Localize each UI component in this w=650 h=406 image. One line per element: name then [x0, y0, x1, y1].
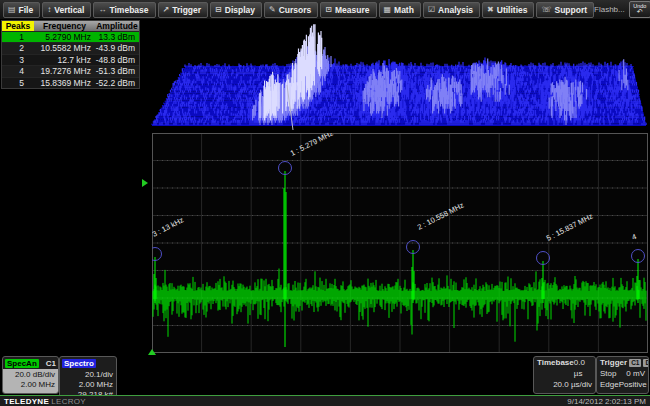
- peak-cell: 5.2790 MHz: [34, 32, 95, 42]
- timebase-box[interactable]: Timebase 0.0 µs 20.0 µs/div 20 kS 100 MS…: [533, 356, 596, 394]
- trigger-source-badge: C1: [629, 359, 641, 367]
- trigger-mode: Stop: [600, 368, 616, 379]
- peak-cell: 1: [2, 32, 34, 42]
- timebase-label: Timebase: [537, 357, 574, 379]
- menu-label: Vertical: [54, 5, 84, 15]
- timebase-icon: ↔: [98, 5, 106, 14]
- menu-label: Display: [225, 5, 255, 15]
- trigger-level: 0 mV: [626, 368, 645, 379]
- peak-row-1[interactable]: 15.2790 MHz13.3 dBm: [2, 31, 139, 42]
- file-icon: ▤: [8, 5, 16, 14]
- menu-math[interactable]: ▦Math: [379, 2, 421, 18]
- menu-right: Flashb... Undo ↶: [594, 1, 650, 18]
- menu-measure[interactable]: ⊡Measure: [320, 2, 376, 18]
- peak-row-2[interactable]: 210.5582 MHz-43.9 dBm: [2, 42, 139, 53]
- math-icon: ▦: [384, 5, 392, 14]
- menu-vertical[interactable]: ↕Vertical: [42, 2, 91, 18]
- vertical-icon: ↕: [47, 5, 51, 14]
- peaks-rows: 15.2790 MHz13.3 dBm210.5582 MHz-43.9 dBm…: [2, 31, 139, 88]
- trigger-position-marker[interactable]: [148, 349, 156, 355]
- spectrogram-3d-view[interactable]: [150, 19, 650, 131]
- menu-timebase[interactable]: ↔Timebase: [93, 2, 155, 18]
- menu-label: Analysis: [438, 5, 473, 15]
- trigger-source-badge: DC: [643, 359, 649, 367]
- trigger-slope: Positive: [619, 379, 647, 390]
- display-icon: ⊟: [215, 5, 222, 14]
- timebase-offset: 0.0 µs: [574, 357, 592, 379]
- peak-row-4[interactable]: 419.7276 MHz-51.3 dBm: [2, 65, 139, 76]
- frequency-header-cell: Frequency: [34, 21, 95, 31]
- peak-cell: 12.7 kHz: [34, 55, 95, 65]
- specan-scale: 20.0 dB/div: [6, 370, 55, 380]
- menu-utilities[interactable]: ✖Utilities: [482, 2, 534, 18]
- status-bar: TELEDYNE LECROY 9/14/2012 2:02:13 PM: [0, 395, 650, 406]
- trigger-icon: ↗: [163, 5, 170, 14]
- peak-cell: 15.8369 MHz: [34, 78, 95, 88]
- menu-cursors[interactable]: ✎Cursors: [264, 2, 318, 18]
- timebase-scale: 20.0 µs/div: [553, 379, 592, 390]
- spectrogram-descriptor-box[interactable]: Spectro 20.1/div 2.00 MHz 29.218 k#: [59, 356, 117, 399]
- specan-descriptor-box[interactable]: SpecAn C1 20.0 dB/div 2.00 MHz: [2, 356, 59, 394]
- peak-cell: -48.8 dBm: [95, 55, 139, 65]
- menu-label: Timebase: [109, 5, 148, 15]
- peak-cell: -52.2 dBm: [95, 78, 139, 88]
- specan-span: 2.00 MHz: [6, 380, 55, 390]
- trigger-type: Edge: [600, 379, 619, 390]
- peak-cell: -51.3 dBm: [95, 66, 139, 76]
- utilities-icon: ✖: [487, 5, 494, 14]
- menu-trigger[interactable]: ↗Trigger: [158, 2, 209, 18]
- spectro-span: 2.00 MHz: [63, 380, 113, 390]
- cursors-icon: ✎: [269, 5, 276, 14]
- peak-row-3[interactable]: 312.7 kHz-48.8 dBm: [2, 54, 139, 65]
- peak-cell: 13.3 dBm: [95, 32, 139, 42]
- analysis-icon: ☑: [428, 5, 435, 14]
- flashback-label: Flashb...: [594, 5, 625, 14]
- spectro-label: Spectro: [62, 359, 96, 368]
- undo-button[interactable]: Undo ↶: [629, 1, 650, 18]
- specan-label: SpecAn: [5, 359, 39, 368]
- menu-items: ▤File↕Vertical↔Timebase↗Trigger⊟Display✎…: [0, 2, 594, 18]
- peaks-header-cell[interactable]: Peaks: [2, 21, 34, 31]
- trace-level-marker[interactable]: [142, 179, 148, 187]
- peak-cell: -43.9 dBm: [95, 43, 139, 53]
- peak-cell: 19.7276 MHz: [34, 66, 95, 76]
- timebase-rate: 100 MS/s: [558, 390, 592, 394]
- specan-channel: C1: [46, 359, 56, 368]
- spectrum-graticule[interactable]: 3 : 13 kHz1 : 5.279 MHz2 : 10.558 MHz5 :…: [152, 133, 648, 353]
- undo-arrow-icon: ↶: [637, 8, 643, 15]
- amplitude-header-cell: Amplitude: [95, 21, 139, 31]
- menu-label: Math: [394, 5, 414, 15]
- peak-cell: 5: [2, 78, 34, 88]
- brand-logo: TELEDYNE LECROY: [4, 397, 86, 406]
- menu-label: Support: [554, 5, 587, 15]
- measure-icon: ⊡: [325, 5, 332, 14]
- support-icon: ☏: [541, 5, 551, 14]
- trigger-badges: C1DC: [627, 357, 649, 368]
- peaks-table-header: Peaks Frequency Amplitude: [2, 21, 139, 31]
- peak-cell: 2: [2, 43, 34, 53]
- menu-label: File: [19, 5, 34, 15]
- menu-bar: ▤File↕Vertical↔Timebase↗Trigger⊟Display✎…: [0, 0, 650, 19]
- peak-cell: 10.5582 MHz: [34, 43, 95, 53]
- menu-label: Cursors: [279, 5, 312, 15]
- peak-row-5[interactable]: 515.8369 MHz-52.2 dBm: [2, 77, 139, 88]
- menu-file[interactable]: ▤File: [3, 2, 40, 18]
- menu-label: Measure: [335, 5, 370, 15]
- menu-support[interactable]: ☏Support: [536, 2, 594, 18]
- menu-display[interactable]: ⊟Display: [210, 2, 262, 18]
- timebase-samples: 20 kS: [537, 390, 557, 394]
- trigger-box[interactable]: Trigger C1DC Stop 0 mV Edge Positive: [596, 356, 649, 394]
- menu-analysis[interactable]: ☑Analysis: [423, 2, 480, 18]
- menu-label: Trigger: [172, 5, 201, 15]
- datetime-label: 9/14/2012 2:02:13 PM: [567, 397, 646, 406]
- menu-label: Utilities: [497, 5, 528, 15]
- peak-cell: 3: [2, 55, 34, 65]
- peak-cell: 4: [2, 66, 34, 76]
- trigger-label: Trigger: [600, 357, 627, 368]
- spectro-scale: 20.1/div: [63, 370, 113, 380]
- peaks-table: Peaks Frequency Amplitude 15.2790 MHz13.…: [1, 20, 140, 89]
